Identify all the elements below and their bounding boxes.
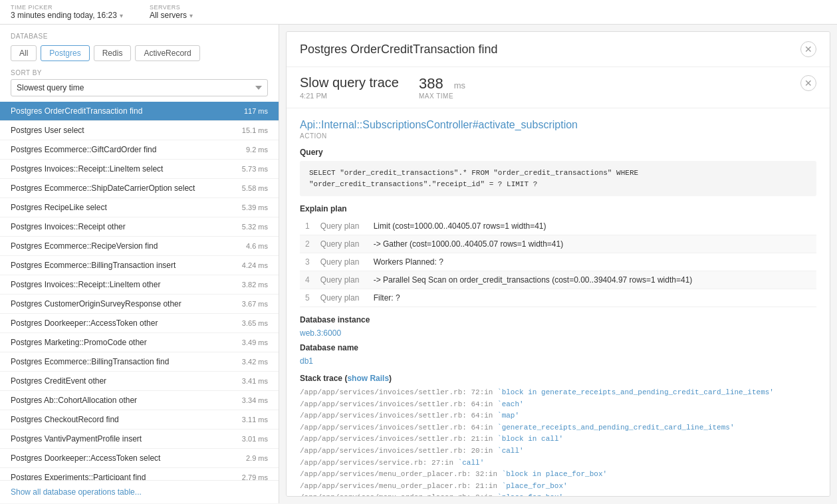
time-picker-chevron-icon: ▾ bbox=[120, 12, 123, 19]
query-list-item[interactable]: Postgres CustomerOriginSurveyResponse ot… bbox=[0, 295, 279, 314]
query-list-item[interactable]: Postgres CheckoutRecord find3.11 ms bbox=[0, 410, 279, 430]
db-name-value: db1 bbox=[300, 356, 816, 366]
left-panel: DATABASE All Postgres Redis ActiveRecord… bbox=[0, 25, 279, 503]
filter-postgres-button[interactable]: Postgres bbox=[41, 45, 89, 61]
action-link[interactable]: Api::Internal::SubscriptionsController#a… bbox=[300, 119, 816, 131]
query-list-item[interactable]: Postgres Ecommerce::GiftCardOrder find9.… bbox=[0, 140, 279, 160]
query-list-item[interactable]: Postgres Invoices::Receipt other5.32 ms bbox=[0, 217, 279, 237]
max-time-label: MAX TIME bbox=[419, 92, 453, 100]
servers-value[interactable]: All servers ▾ bbox=[150, 11, 193, 20]
top-bar: TIME PICKER 3 minutes ending today, 16:2… bbox=[0, 0, 837, 25]
filter-redis-button[interactable]: Redis bbox=[94, 45, 132, 61]
db-filter-buttons: All Postgres Redis ActiveRecord bbox=[11, 45, 268, 61]
explain-plan-row: 3Query planWorkers Planned: ? bbox=[300, 253, 816, 271]
stack-trace-line: /app/app/services/invoices/settler.rb: 2… bbox=[300, 434, 816, 445]
explain-plan-row: 1Query planLimit (cost=1000.00..40405.07… bbox=[300, 217, 816, 235]
query-code: SELECT "order_credit_transactions".* FRO… bbox=[300, 161, 816, 196]
trace-close-button[interactable]: ✕ bbox=[800, 75, 816, 91]
database-section-label: DATABASE bbox=[11, 33, 268, 40]
stack-trace-line: /app/app/services/invoices/settler.rb: 6… bbox=[300, 422, 816, 434]
explain-plan-row: 2Query plan-> Gather (cost=1000.00..4040… bbox=[300, 235, 816, 253]
trace-title-section: Slow query trace 4:21 PM bbox=[300, 75, 399, 100]
query-list-item[interactable]: Postgres Marketing::PromoCode other3.49 … bbox=[0, 333, 279, 352]
time-picker-label: TIME PICKER bbox=[11, 4, 123, 11]
query-list-item[interactable]: Postgres User select15.1 ms bbox=[0, 121, 279, 140]
stack-trace-line: /app/app/services/invoices/settler.rb: 2… bbox=[300, 445, 816, 457]
trace-header: Slow query trace 4:21 PM 388 ms MAX TIME… bbox=[287, 67, 830, 108]
query-list-item[interactable]: Postgres Ecommerce::RecipeVersion find4.… bbox=[0, 237, 279, 256]
stack-trace-line: /app/app/services/service.rb: 27:in `cal… bbox=[300, 457, 816, 469]
modal-title: Postgres OrderCreditTransaction find bbox=[300, 43, 497, 57]
query-list-item[interactable]: Postgres VantivPaymentProfile insert3.01… bbox=[0, 430, 279, 449]
action-label: ACTION bbox=[300, 132, 816, 140]
stack-trace-label: Stack trace (show Rails) bbox=[300, 374, 816, 383]
stack-trace: /app/app/services/invoices/settler.rb: 7… bbox=[300, 387, 816, 497]
stack-trace-line: /app/app/services/menu_order_placer.rb: … bbox=[300, 492, 816, 497]
trace-ms-value: 388 bbox=[419, 75, 443, 92]
sort-select[interactable]: Slowest query time Most time consuming M… bbox=[11, 79, 268, 96]
query-list-item[interactable]: Postgres Ecommerce::ShipDateCarrierOptio… bbox=[0, 179, 279, 198]
stack-trace-line: /app/app/services/menu_order_placer.rb: … bbox=[300, 481, 816, 493]
explain-plan-row: 5Query planFilter: ? bbox=[300, 289, 816, 307]
db-instance-label: Database instance bbox=[300, 315, 816, 324]
stack-trace-line: /app/app/services/menu_order_placer.rb: … bbox=[300, 469, 816, 481]
query-list-item[interactable]: Postgres Doorkeeper::AccessToken select2… bbox=[0, 449, 279, 468]
query-list-item[interactable]: Postgres Invoices::Receipt::LineItem sel… bbox=[0, 160, 279, 179]
query-list-item[interactable]: Postgres OrderCreditTransaction find117 … bbox=[0, 102, 279, 121]
servers-section: SERVERS All servers ▾ bbox=[150, 4, 193, 20]
query-list-item[interactable]: Postgres RecipeLike select5.39 ms bbox=[0, 198, 279, 217]
stack-trace-line: /app/app/services/invoices/settler.rb: 6… bbox=[300, 410, 816, 422]
slow-query-trace-title: Slow query trace bbox=[300, 75, 399, 90]
stack-trace-line: /app/app/services/invoices/settler.rb: 6… bbox=[300, 399, 816, 411]
servers-label: SERVERS bbox=[150, 4, 193, 11]
query-list-item[interactable]: Postgres Experiments::Participant find2.… bbox=[0, 468, 279, 480]
left-panel-header: DATABASE All Postgres Redis ActiveRecord… bbox=[0, 25, 279, 102]
trace-timestamp: 4:21 PM bbox=[300, 92, 399, 100]
right-panel: Postgres OrderCreditTransaction find ✕ S… bbox=[286, 31, 830, 497]
sort-by-label: SORT BY bbox=[11, 69, 268, 76]
show-all-link[interactable]: Show all database operations table... bbox=[0, 480, 279, 503]
modal-header: Postgres OrderCreditTransaction find ✕ bbox=[287, 32, 830, 67]
stack-trace-line: /app/app/services/invoices/settler.rb: 7… bbox=[300, 387, 816, 399]
query-list-item[interactable]: Postgres Ecommerce::BillingTransaction f… bbox=[0, 352, 279, 372]
modal-body: Api::Internal::SubscriptionsController#a… bbox=[287, 108, 830, 497]
filter-all-button[interactable]: All bbox=[11, 45, 37, 61]
servers-chevron-icon: ▾ bbox=[189, 12, 193, 19]
query-list-item[interactable]: Postgres Ab::CohortAllocation other3.34 … bbox=[0, 391, 279, 410]
query-list-item[interactable]: Postgres CreditEvent other3.41 ms bbox=[0, 372, 279, 391]
modal-close-button[interactable]: ✕ bbox=[800, 41, 816, 57]
show-rails-link[interactable]: show Rails bbox=[347, 374, 389, 383]
time-picker-value[interactable]: 3 minutes ending today, 16:23 ▾ bbox=[11, 11, 123, 20]
query-list-item[interactable]: Postgres Doorkeeper::AccessToken other3.… bbox=[0, 314, 279, 333]
trace-ms-unit: ms bbox=[454, 80, 465, 90]
explain-plan-title: Explain plan bbox=[300, 204, 816, 213]
query-list-item[interactable]: Postgres Ecommerce::BillingTransaction i… bbox=[0, 256, 279, 275]
explain-plan-row: 4Query plan-> Parallel Seq Scan on order… bbox=[300, 271, 816, 289]
db-info: Database instance web.3:6000 Database na… bbox=[300, 315, 816, 366]
time-picker-section: TIME PICKER 3 minutes ending today, 16:2… bbox=[11, 4, 123, 20]
filter-activerecord-button[interactable]: ActiveRecord bbox=[135, 45, 199, 61]
explain-plan-table: 1Query planLimit (cost=1000.00..40405.07… bbox=[300, 217, 816, 307]
query-list-item[interactable]: Postgres Invoices::Receipt::LineItem oth… bbox=[0, 275, 279, 295]
main-layout: DATABASE All Postgres Redis ActiveRecord… bbox=[0, 25, 837, 503]
db-instance-value: web.3:6000 bbox=[300, 328, 816, 338]
query-list: Postgres OrderCreditTransaction find117 … bbox=[0, 102, 279, 480]
db-name-label: Database name bbox=[300, 343, 816, 352]
query-section-title: Query bbox=[300, 148, 816, 157]
